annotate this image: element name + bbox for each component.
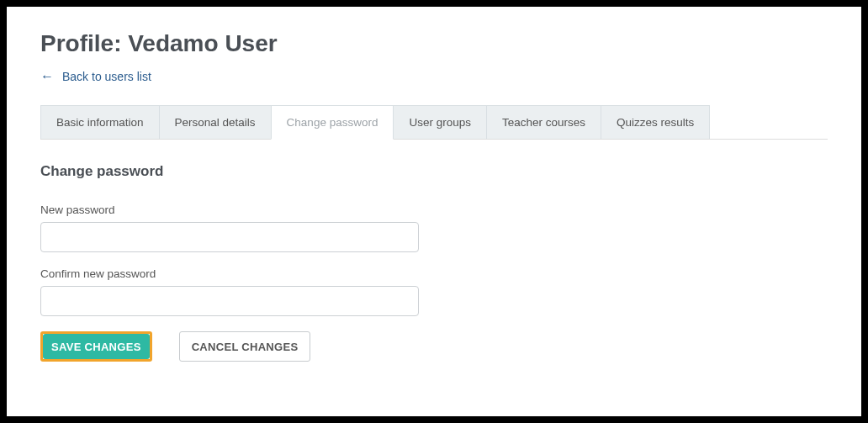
tabs-bar: Basic information Personal details Chang… — [40, 105, 828, 140]
cancel-changes-button[interactable]: CANCEL CHANGES — [179, 331, 311, 362]
tab-basic-information[interactable]: Basic information — [40, 105, 160, 139]
tab-quizzes-results[interactable]: Quizzes results — [601, 105, 710, 139]
tab-user-groups[interactable]: User groups — [393, 105, 487, 139]
tab-personal-details[interactable]: Personal details — [159, 105, 272, 139]
save-button-highlight: SAVE CHANGES — [40, 331, 152, 362]
page-frame: Profile: Vedamo User ← Back to users lis… — [0, 0, 868, 423]
confirm-password-label: Confirm new password — [40, 267, 828, 280]
arrow-left-icon: ← — [40, 70, 54, 83]
back-to-users-link[interactable]: ← Back to users list — [40, 70, 151, 83]
confirm-password-input[interactable] — [40, 286, 419, 316]
change-password-section: Change password New password Confirm new… — [40, 140, 828, 362]
back-link-label: Back to users list — [62, 70, 151, 83]
page-title: Profile: Vedamo User — [40, 30, 828, 57]
tab-change-password[interactable]: Change password — [271, 105, 394, 140]
confirm-password-group: Confirm new password — [40, 267, 828, 316]
new-password-input[interactable] — [40, 222, 419, 252]
page-content: Profile: Vedamo User ← Back to users lis… — [7, 7, 861, 362]
tab-teacher-courses[interactable]: Teacher courses — [486, 105, 601, 139]
section-heading: Change password — [40, 163, 828, 180]
form-actions: SAVE CHANGES CANCEL CHANGES — [40, 331, 828, 362]
save-changes-button[interactable]: SAVE CHANGES — [43, 334, 150, 359]
new-password-group: New password — [40, 204, 828, 252]
new-password-label: New password — [40, 204, 828, 216]
